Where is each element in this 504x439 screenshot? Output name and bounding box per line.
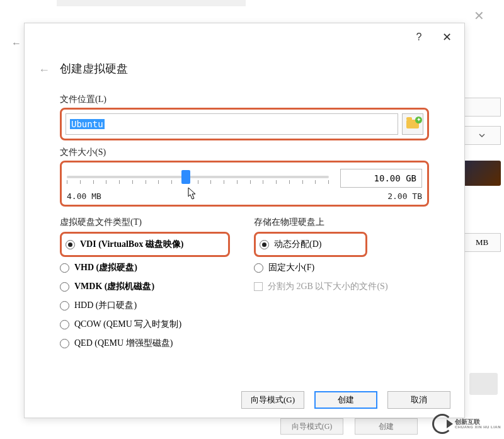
radio-vhd[interactable]: VHD (虚拟硬盘) xyxy=(60,258,235,277)
storage-label: 存储在物理硬盘上 xyxy=(254,217,429,228)
file-location-input[interactable]: Ubuntu xyxy=(66,113,398,135)
size-min-label: 4.00 MB xyxy=(67,191,101,201)
ghost-disk-icon xyxy=(469,373,498,395)
radio-label: VHD (虚拟硬盘) xyxy=(74,262,137,273)
ghost-dropdown xyxy=(463,126,501,145)
close-button[interactable]: ✕ xyxy=(433,26,461,48)
radio-label: HDD (并口硬盘) xyxy=(74,300,137,311)
radio-label: 动态分配(D) xyxy=(274,239,321,250)
file-location-label: 文件位置(L) xyxy=(60,94,429,105)
dialog-title: 创建虚拟硬盘 xyxy=(60,61,128,76)
dialog-titlebar: ? ✕ xyxy=(25,23,464,51)
radio-label: VMDK (虚拟机磁盘) xyxy=(74,281,154,292)
highlighted-dynamic-option: 动态分配(D) xyxy=(254,232,367,257)
radio-hdd[interactable]: HDD (并口硬盘) xyxy=(60,296,235,315)
cancel-button[interactable]: 取消 xyxy=(387,391,450,409)
watermark-logo-icon xyxy=(432,414,452,434)
split-label: 分割为 2GB 以下大小的文件(S) xyxy=(268,281,388,292)
storage-group: 动态分配(D) 固定大小(F) 分割为 2GB 以下大小的文件(S) xyxy=(254,232,429,296)
back-arrow-icon[interactable]: ← xyxy=(38,64,50,77)
radio-icon xyxy=(260,240,269,249)
file-location-row: Ubuntu ✦ xyxy=(60,108,429,140)
size-value-input[interactable]: 10.00 GB xyxy=(340,169,422,188)
radio-icon xyxy=(60,263,69,273)
dialog-button-row: 向导模式(G) 创建 取消 xyxy=(241,391,450,409)
radio-qed[interactable]: QED (QEMU 增强型磁盘) xyxy=(60,334,235,353)
radio-fixed[interactable]: 固定大小(F) xyxy=(254,258,429,277)
radio-qcow[interactable]: QCOW (QEMU 写入时复制) xyxy=(60,315,235,334)
plus-badge-icon: ✦ xyxy=(415,117,422,123)
folder-icon: ✦ xyxy=(406,120,419,128)
ghost-back-arrow-icon: ← xyxy=(11,38,21,49)
create-virtual-disk-dialog: ? ✕ ← 创建虚拟硬盘 文件位置(L) Ubuntu ✦ 文件大小(S) xyxy=(24,23,465,418)
radio-icon xyxy=(66,240,75,249)
radio-label: QCOW (QEMU 写入时复制) xyxy=(74,319,181,330)
create-button[interactable]: 创建 xyxy=(314,391,377,409)
watermark-subtext: CHUANG XIN HU LIAN xyxy=(455,425,501,429)
radio-dynamic[interactable]: 动态分配(D) xyxy=(260,236,362,253)
size-max-label: 2.00 TB xyxy=(387,191,422,201)
dialog-header: ← 创建虚拟硬盘 xyxy=(25,51,464,83)
radio-label: VDI (VirtualBox 磁盘映像) xyxy=(80,239,183,250)
file-size-label: 文件大小(S) xyxy=(60,147,429,158)
ghost-guide-button: 向导模式(G) xyxy=(280,418,343,435)
file-size-box: 10.00 GB 4.00 MB 2.00 TB xyxy=(60,161,429,207)
radio-icon xyxy=(60,282,69,292)
ghost-mb-label: MB xyxy=(463,233,501,252)
ghost-thumbnail xyxy=(463,161,501,186)
slider-thumb[interactable] xyxy=(181,170,190,184)
ghost-titlebar xyxy=(57,0,246,6)
ghost-box xyxy=(463,98,501,117)
radio-vdi[interactable]: VDI (VirtualBox 磁盘映像) xyxy=(66,236,224,253)
disk-type-label: 虚拟硬盘文件类型(T) xyxy=(60,217,235,228)
help-button[interactable]: ? xyxy=(405,26,433,48)
radio-label: 固定大小(F) xyxy=(268,262,314,273)
cursor-icon xyxy=(187,186,198,205)
guide-mode-button[interactable]: 向导模式(G) xyxy=(241,391,304,409)
file-location-value: Ubuntu xyxy=(70,119,105,129)
browse-button[interactable]: ✦ xyxy=(402,113,423,135)
radio-icon xyxy=(60,301,69,311)
radio-icon xyxy=(60,320,69,329)
radio-vmdk[interactable]: VMDK (虚拟机磁盘) xyxy=(60,277,235,296)
radio-label: QED (QEMU 增强型磁盘) xyxy=(74,338,173,349)
checkbox-icon xyxy=(254,282,263,291)
radio-icon xyxy=(60,339,69,348)
watermark: 创新互联 CHUANG XIN HU LIAN xyxy=(432,414,501,434)
watermark-text: 创新互联 xyxy=(455,419,501,425)
highlighted-vdi-option: VDI (VirtualBox 磁盘映像) xyxy=(60,232,230,257)
disk-type-group: VDI (VirtualBox 磁盘映像) VHD (虚拟硬盘) VMDK (虚… xyxy=(60,232,235,353)
radio-icon xyxy=(254,263,263,273)
split-checkbox-row: 分割为 2GB 以下大小的文件(S) xyxy=(254,277,429,296)
size-slider[interactable] xyxy=(67,169,329,188)
ghost-close-icon: ✕ xyxy=(469,6,488,25)
ghost-create-button: 创建 xyxy=(355,418,418,435)
